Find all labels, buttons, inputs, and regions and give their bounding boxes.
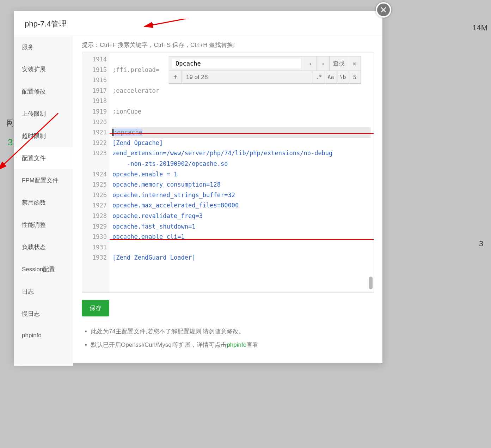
find-next-button[interactable]: › <box>317 56 329 71</box>
dialog-title: php-7.4管理 <box>14 11 382 29</box>
sidebar-item-13[interactable]: phpinfo <box>14 325 73 346</box>
code-line[interactable] <box>112 96 371 107</box>
note-item: 此处为74主配置文件,若您不了解配置规则,请勿随意修改。 <box>91 325 374 338</box>
note-text: 查看 <box>246 341 258 348</box>
find-close-button[interactable]: ✕ <box>348 56 361 71</box>
note-text: 默认已开启Openssl/Curl/Mysql等扩展，详情可点击 <box>91 341 227 348</box>
code-line[interactable] <box>112 242 371 253</box>
sidebar-item-11[interactable]: 日志 <box>14 280 73 303</box>
code-line[interactable]: opcache.max_accelerated_files=80000 <box>112 200 371 211</box>
note-item: 默认已开启Openssl/Curl/Mysql等扩展，详情可点击phpinfo查… <box>91 338 374 351</box>
sidebar-item-8[interactable]: 性能调整 <box>14 214 73 236</box>
regex-toggle[interactable]: .* <box>313 71 325 83</box>
code-line[interactable] <box>112 117 371 128</box>
sidebar-item-4[interactable]: 超时限制 <box>14 125 73 147</box>
code-line[interactable]: opcache.enable_cli=1 <box>112 232 371 242</box>
code-area[interactable]: ;ffi.preload=;eaccelerator;ionCube;opcac… <box>110 53 374 292</box>
code-line[interactable]: ;eaccelerator <box>112 86 371 96</box>
in-selection-toggle[interactable]: S <box>349 71 361 83</box>
notes-list: 此处为74主配置文件,若您不了解配置规则,请勿随意修改。 默认已开启Openss… <box>82 325 374 351</box>
sidebar-item-1[interactable]: 安装扩展 <box>14 58 73 80</box>
find-button[interactable]: 查找 <box>329 56 348 71</box>
code-line[interactable]: [Zend ZendGuard Loader] <box>112 253 371 263</box>
close-button[interactable] <box>376 2 391 18</box>
save-button[interactable]: 保存 <box>82 300 109 316</box>
sidebar: 服务安装扩展配置修改上传限制超时限制配置文件FPM配置文件禁用函数性能调整负载状… <box>14 36 73 366</box>
close-icon: ✕ <box>353 60 356 67</box>
sidebar-item-9[interactable]: 负载状态 <box>14 236 73 258</box>
code-line[interactable]: [Zend Opcache] <box>112 138 371 149</box>
plus-icon: + <box>173 73 178 81</box>
sidebar-item-3[interactable]: 上传限制 <box>14 103 73 125</box>
code-line[interactable]: opcache.revalidate_freq=3 <box>112 211 371 222</box>
code-line[interactable]: opcache.memory_consumption=128 <box>112 180 371 190</box>
wholeword-toggle[interactable]: \b <box>337 71 349 83</box>
code-line[interactable]: ;ionCube <box>112 107 371 117</box>
chevron-left-icon: ‹ <box>309 60 312 67</box>
bg-fragment: 3 <box>8 137 13 148</box>
sidebar-item-5[interactable]: 配置文件 <box>14 147 73 169</box>
bg-fragment: 网 <box>6 118 14 128</box>
code-line[interactable]: zend_extension=/www/server/php/74/lib/ph… <box>112 148 371 159</box>
find-panel: ‹ › 查找 ✕ + 19 of 28 .* Aa \b S <box>169 56 361 84</box>
scrollbar-thumb[interactable] <box>369 277 373 289</box>
expand-replace-button[interactable]: + <box>169 71 182 83</box>
sidebar-item-12[interactable]: 慢日志 <box>14 303 73 325</box>
sidebar-item-6[interactable]: FPM配置文件 <box>14 169 73 192</box>
code-line[interactable]: -non-zts-20190902/opcache.so <box>112 159 371 169</box>
sidebar-item-10[interactable]: Session配置 <box>14 258 73 280</box>
sidebar-item-0[interactable]: 服务 <box>14 36 73 58</box>
bg-fragment: 3 <box>479 239 483 248</box>
code-editor[interactable]: 1914191519161917191819191920192119221923… <box>82 53 374 293</box>
chevron-right-icon: › <box>321 60 325 67</box>
line-gutter: 1914191519161917191819191920192119221923… <box>82 53 110 292</box>
hint-text: 提示：Ctrl+F 搜索关键字，Ctrl+S 保存，Ctrl+H 查找替换! <box>82 41 374 49</box>
sidebar-item-7[interactable]: 禁用函数 <box>14 192 73 214</box>
code-line[interactable]: opcache.interned_strings_buffer=32 <box>112 190 371 201</box>
content-pane: 提示：Ctrl+F 搜索关键字，Ctrl+S 保存，Ctrl+H 查找替换! 1… <box>73 36 382 366</box>
find-prev-button[interactable]: ‹ <box>304 56 317 71</box>
sidebar-item-2[interactable]: 配置修改 <box>14 80 73 103</box>
php-manage-dialog: php-7.4管理 服务安装扩展配置修改上传限制超时限制配置文件FPM配置文件禁… <box>14 11 382 363</box>
case-toggle[interactable]: Aa <box>325 71 337 83</box>
search-input[interactable] <box>172 59 301 68</box>
phpinfo-link[interactable]: phpinfo <box>227 341 246 348</box>
code-line[interactable]: ;opcache <box>112 127 371 138</box>
bg-fragment: 14M <box>472 23 487 32</box>
vertical-scrollbar[interactable] <box>369 54 373 291</box>
close-icon <box>380 6 387 13</box>
match-counter: 19 of 28 <box>182 71 313 83</box>
code-line[interactable]: opcache.fast_shutdown=1 <box>112 222 371 232</box>
code-line[interactable]: opcache.enable = 1 <box>112 169 371 180</box>
